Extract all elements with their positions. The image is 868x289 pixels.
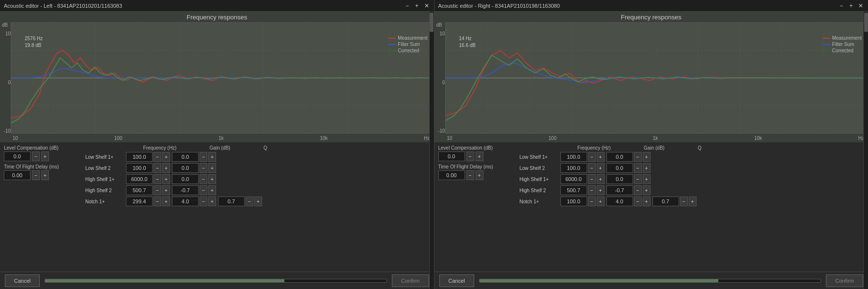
left-scrollbar[interactable] (429, 12, 434, 289)
left-filter-4-freq-minus[interactable]: − (154, 197, 161, 206)
left-filter-1-freq-plus[interactable]: + (162, 163, 170, 173)
right-filter-0-freq-plus[interactable]: + (597, 152, 604, 162)
right-filter-1-gain-plus[interactable]: + (643, 163, 651, 173)
right-filter-2-freq-plus[interactable]: + (597, 174, 604, 184)
left-filter-0-freq[interactable] (126, 152, 153, 162)
right-scrollbar[interactable] (863, 12, 868, 289)
right-filter-0-gain-minus[interactable]: − (634, 152, 642, 162)
left-close-btn[interactable]: ✕ (423, 2, 430, 9)
left-chart-canvas[interactable]: 2576 Hz 19.8 dB Measurement Filter Sum C… (11, 22, 432, 134)
right-close-btn[interactable]: ✕ (857, 2, 864, 9)
left-level-comp-minus[interactable]: − (32, 152, 40, 161)
right-filter-3-freq[interactable] (560, 185, 587, 195)
right-filter-4-freq-minus[interactable]: − (588, 197, 596, 206)
right-filter-4-freq[interactable] (560, 197, 587, 206)
left-filter-4-gain[interactable] (172, 197, 199, 206)
right-filter-0-gain-plus[interactable]: + (643, 152, 651, 162)
left-filter-2-freq-plus[interactable]: + (162, 174, 170, 184)
left-filter-1-freq-minus[interactable]: − (154, 163, 161, 173)
right-filter-0-freq-minus[interactable]: − (588, 152, 596, 162)
right-filter-1-freq-minus[interactable]: − (588, 163, 596, 173)
right-filter-4-gain-minus[interactable]: − (634, 197, 642, 206)
left-filter-0-gain-plus[interactable]: + (208, 152, 216, 162)
left-title: Acoustic editor - Left - 8341AP21010201/… (4, 3, 122, 9)
left-filter-2-gain[interactable] (172, 174, 199, 184)
left-filter-1-freq[interactable] (126, 163, 153, 173)
right-chart-canvas[interactable]: 14 Hz 16.6 dB Measurement Filter Sum Cor… (445, 22, 867, 134)
right-filter-2-gain[interactable] (606, 174, 633, 184)
left-filter-3-gain[interactable] (172, 185, 199, 195)
right-filter-0-gain[interactable] (606, 152, 633, 162)
right-tof-plus[interactable]: + (476, 170, 483, 180)
left-tof-minus[interactable]: − (32, 170, 40, 180)
left-cancel-btn[interactable]: Cancel (5, 274, 40, 287)
right-filter-1-gain[interactable] (606, 163, 633, 173)
left-filter-0-freq-plus[interactable]: + (162, 152, 170, 162)
right-level-comp-minus[interactable]: − (466, 152, 474, 161)
left-level-comp-group: Level Compensation (dB) − + (4, 145, 81, 161)
right-fh-freq: Frequency (Hz) (560, 145, 628, 151)
left-filter-4-q[interactable] (218, 197, 245, 206)
right-filter-4-gain[interactable] (606, 197, 633, 206)
right-maximize-btn[interactable]: + (848, 2, 854, 9)
right-filter-1-gain-minus[interactable]: − (634, 163, 642, 173)
left-filter-2-gain-minus[interactable]: − (200, 174, 207, 184)
left-maximize-btn[interactable]: + (414, 2, 420, 9)
left-level-comp-input[interactable] (4, 152, 31, 161)
right-filter-4-gain-plus[interactable]: + (643, 197, 651, 206)
left-filter-0-gain[interactable] (172, 152, 199, 162)
left-level-comp-plus[interactable]: + (41, 152, 49, 161)
left-panel: Acoustic editor - Left - 8341AP21010201/… (0, 0, 434, 289)
right-filter-4-freq-plus[interactable]: + (597, 197, 604, 206)
left-filter-3-gain-plus[interactable]: + (208, 185, 216, 195)
left-filter-3-freq-minus[interactable]: − (154, 185, 161, 195)
right-filter-2-freq[interactable] (560, 174, 587, 184)
right-filter-2-gain-plus[interactable]: + (643, 174, 651, 184)
left-filter-2-gain-plus[interactable]: + (208, 174, 216, 184)
left-filter-0-name: Low Shelf 1+ (85, 154, 124, 160)
left-tof-input[interactable] (4, 170, 31, 180)
right-filter-2-freq-minus[interactable]: − (588, 174, 596, 184)
right-level-comp-plus[interactable]: + (476, 152, 483, 161)
right-filter-0-freq[interactable] (560, 152, 587, 162)
left-filter-0-gain-minus[interactable]: − (200, 152, 207, 162)
left-filter-0-freq-minus[interactable]: − (154, 152, 161, 162)
left-filter-3-freq-plus[interactable]: + (162, 185, 170, 195)
right-filter-4-q-plus[interactable]: + (689, 197, 697, 206)
right-level-comp-input[interactable] (438, 152, 465, 161)
right-filter-1-freq[interactable] (560, 163, 587, 173)
right-progress-fill (480, 279, 718, 282)
right-tof-minus[interactable]: − (466, 170, 474, 180)
right-filter-4-q[interactable] (652, 197, 679, 206)
right-filter-3-gain-plus[interactable]: + (643, 185, 651, 195)
left-filter-3-gain-minus[interactable]: − (200, 185, 207, 195)
right-filter-3-gain-minus[interactable]: − (634, 185, 642, 195)
left-filter-1-gain-minus[interactable]: − (200, 163, 207, 173)
right-filter-3-gain[interactable] (606, 185, 633, 195)
right-cancel-btn[interactable]: Cancel (439, 274, 474, 287)
left-filter-4-freq-plus[interactable]: + (162, 197, 170, 206)
right-filter-1-freq-plus[interactable]: + (597, 163, 604, 173)
left-filter-1-gain-plus[interactable]: + (208, 163, 216, 173)
left-corrected-color (388, 50, 396, 51)
right-confirm-btn[interactable]: Confirm (826, 274, 863, 287)
left-filter-4-q-minus[interactable]: − (246, 197, 253, 206)
left-filter-4-q-plus[interactable]: + (254, 197, 262, 206)
left-filter-controls: Frequency (Hz) Gain (dB) Q Low Shelf 1+ … (85, 145, 430, 208)
left-filter-3-freq[interactable] (126, 185, 153, 195)
left-filter-4-gain-minus[interactable]: − (200, 197, 207, 206)
left-minimize-btn[interactable]: − (404, 2, 411, 9)
right-filter-2-gain-minus[interactable]: − (634, 174, 642, 184)
left-filter-1-gain[interactable] (172, 163, 199, 173)
left-filter-4-gain-plus[interactable]: + (208, 197, 216, 206)
right-minimize-btn[interactable]: − (838, 2, 845, 9)
left-confirm-btn[interactable]: Confirm (392, 274, 429, 287)
right-filter-3-freq-plus[interactable]: + (597, 185, 604, 195)
left-tof-plus[interactable]: + (41, 170, 49, 180)
left-filter-4-freq[interactable] (126, 197, 153, 206)
right-tof-input[interactable] (438, 170, 465, 180)
left-filter-2-freq[interactable] (126, 174, 153, 184)
right-filter-3-freq-minus[interactable]: − (588, 185, 596, 195)
right-filter-4-q-minus[interactable]: − (680, 197, 688, 206)
left-filter-2-freq-minus[interactable]: − (154, 174, 161, 184)
